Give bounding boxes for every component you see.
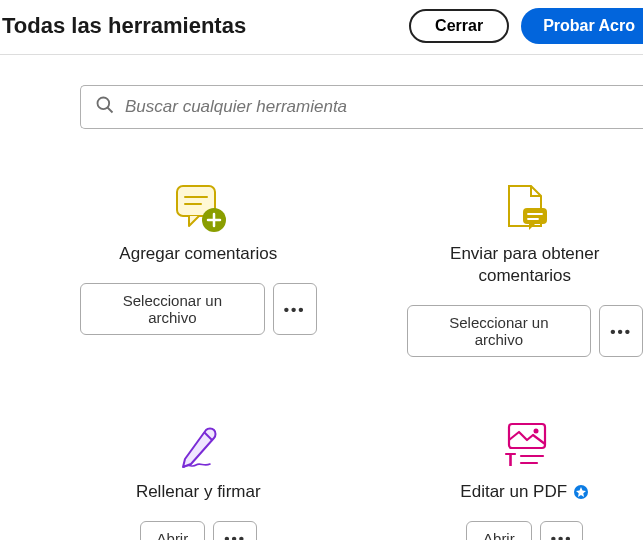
tool-card-add-comments: Agregar comentarios Seleccionar un archi…	[80, 179, 317, 357]
svg-point-0	[98, 98, 110, 110]
open-button[interactable]: Abrir	[140, 521, 206, 540]
svg-text:T: T	[505, 450, 516, 470]
search-container	[0, 55, 643, 129]
search-input[interactable]	[125, 97, 629, 117]
tool-card-send-comments: Enviar para obtener comentarios Seleccio…	[407, 179, 644, 357]
tool-actions: Seleccionar un archivo •••	[407, 305, 644, 357]
more-button[interactable]: •••	[540, 521, 584, 540]
tool-title: Rellenar y firmar	[136, 481, 261, 503]
tool-title: Enviar para obtener comentarios	[407, 243, 644, 287]
close-button[interactable]: Cerrar	[409, 9, 509, 43]
add-comments-icon	[167, 179, 229, 237]
search-box[interactable]	[80, 85, 643, 129]
tool-card-edit-pdf: T Editar un PDF Abrir •••	[407, 417, 644, 540]
header: Todas las herramientas Cerrar Probar Acr…	[0, 0, 643, 55]
tool-actions: Abrir •••	[466, 521, 583, 540]
try-acrobat-button[interactable]: Probar Acro	[521, 8, 643, 44]
tool-title: Editar un PDF	[460, 481, 589, 503]
more-button[interactable]: •••	[213, 521, 257, 540]
edit-pdf-icon: T	[497, 417, 553, 475]
more-button[interactable]: •••	[273, 283, 317, 335]
tools-grid: Agregar comentarios Seleccionar un archi…	[0, 129, 643, 540]
tool-actions: Abrir •••	[140, 521, 257, 540]
fill-sign-icon	[170, 417, 226, 475]
open-button[interactable]: Abrir	[466, 521, 532, 540]
tool-card-fill-sign: Rellenar y firmar Abrir •••	[80, 417, 317, 540]
send-comments-icon	[495, 179, 555, 237]
more-button[interactable]: •••	[599, 305, 643, 357]
svg-rect-8	[523, 208, 547, 224]
search-icon	[95, 95, 115, 119]
header-actions: Cerrar Probar Acro	[409, 8, 643, 44]
tool-actions: Seleccionar un archivo •••	[80, 283, 317, 335]
select-file-button[interactable]: Seleccionar un archivo	[80, 283, 265, 335]
svg-point-13	[533, 429, 538, 434]
premium-badge-icon	[573, 484, 589, 500]
select-file-button[interactable]: Seleccionar un archivo	[407, 305, 592, 357]
tool-title-text: Editar un PDF	[460, 481, 567, 503]
page-title: Todas las herramientas	[2, 13, 246, 39]
svg-line-1	[108, 108, 113, 113]
tool-title: Agregar comentarios	[119, 243, 277, 265]
